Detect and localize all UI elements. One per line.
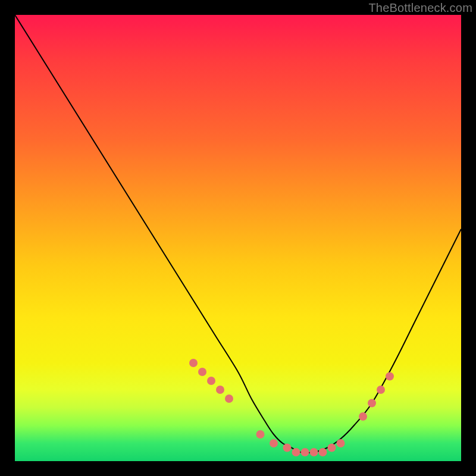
highlight-dots-group (189, 359, 394, 456)
watermark-text: TheBottleneck.com (368, 1, 472, 15)
bottleneck-curve (15, 15, 461, 453)
highlight-dot (292, 448, 300, 456)
chart-plot-area (15, 15, 461, 461)
highlight-dot (328, 444, 336, 452)
highlight-dot (319, 448, 327, 456)
highlight-dot (189, 359, 198, 367)
highlight-dot (301, 448, 309, 456)
highlight-dot (377, 386, 385, 394)
highlight-dot (216, 386, 224, 394)
highlight-dot (310, 448, 318, 456)
chart-svg (15, 15, 461, 461)
highlight-dot (207, 377, 215, 385)
highlight-dot (368, 399, 376, 408)
highlight-dot (256, 430, 265, 439)
highlight-dot (283, 444, 292, 452)
highlight-dot (359, 412, 367, 421)
highlight-dot (386, 372, 394, 381)
highlight-dot (198, 368, 206, 376)
highlight-dot (337, 439, 345, 447)
highlight-dot (270, 439, 278, 447)
highlight-dot (225, 394, 233, 403)
chart-frame: TheBottleneck.com (0, 0, 476, 476)
